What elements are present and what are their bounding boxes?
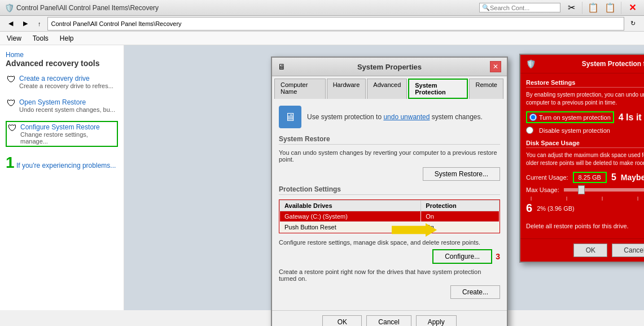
cut-icon[interactable]: ✂ bbox=[564, 1, 579, 15]
menu-tools[interactable]: Tools bbox=[30, 33, 51, 44]
disk-section: Disk Space Usage You can adjust the maxi… bbox=[526, 140, 644, 233]
create-section: Create a restore point right now for the… bbox=[279, 268, 500, 299]
turn-on-radio-row: Turn on system protection 4 Is it ON ? bbox=[526, 111, 644, 123]
menu-view[interactable]: View bbox=[5, 33, 24, 44]
address-bar: ◀ ▶ ↑ Control Panel\All Control Panel It… bbox=[0, 16, 644, 32]
configure-restore-icon: 🛡 bbox=[8, 123, 17, 133]
turn-on-radio[interactable] bbox=[529, 114, 537, 121]
sidebar-recovery-drive-desc: Create a recovery drive to refres... bbox=[19, 82, 113, 89]
drive-protection-gateway: On bbox=[421, 211, 500, 222]
up-button[interactable]: ↑ bbox=[34, 19, 45, 29]
configure-button[interactable]: Configure... bbox=[432, 249, 492, 264]
back-button[interactable]: ◀ bbox=[5, 18, 17, 29]
apply-button[interactable]: Apply bbox=[416, 315, 457, 326]
sidebar-home-link[interactable]: Home bbox=[6, 51, 24, 59]
tick-4: | bbox=[637, 195, 638, 201]
dialog-intro-text: Use system protection to undo unwanted s… bbox=[307, 113, 483, 121]
tab-computer-name[interactable]: Computer Name bbox=[274, 79, 326, 99]
gateway-cancel-button[interactable]: Cancel bbox=[612, 244, 644, 257]
tick-2: | bbox=[566, 195, 567, 201]
sidebar-problems-link[interactable]: If you're experiencing problems... bbox=[16, 162, 116, 169]
system-properties-icon: 🖥 bbox=[278, 62, 286, 71]
create-button[interactable]: Create... bbox=[450, 285, 500, 299]
ok-button[interactable]: OK bbox=[322, 315, 362, 326]
system-properties-title: System Properties bbox=[357, 63, 422, 71]
tick-3: | bbox=[602, 195, 603, 201]
table-row[interactable]: Gateway (C:) (System) On bbox=[280, 211, 500, 222]
sidebar-configure-restore-link[interactable]: Configure System Restore bbox=[20, 123, 116, 131]
sidebar-item-configure-restore: 🛡 Configure System Restore Change restor… bbox=[6, 121, 118, 147]
search-icon: 🔍 bbox=[482, 4, 490, 11]
dialog-intro: 🖥 Use system protection to undo unwanted… bbox=[279, 106, 500, 128]
slider-track bbox=[564, 188, 644, 192]
paste-icon[interactable]: 📋 bbox=[603, 1, 617, 15]
configure-desc: Configure restore settings, manage disk … bbox=[279, 239, 500, 246]
col-drives: Available Drives bbox=[280, 201, 421, 211]
close-icon[interactable]: ✕ bbox=[625, 1, 639, 15]
system-restore-section: System Restore You can undo system chang… bbox=[279, 135, 500, 181]
percent-label: 2% (3.96 GB) bbox=[537, 205, 575, 212]
gateway-footer: OK Cancel Apply bbox=[520, 238, 644, 262]
system-restore-desc: You can undo system changes by reverting… bbox=[279, 149, 500, 163]
protection-header: Protection Settings bbox=[279, 185, 500, 195]
slider-thumb[interactable] bbox=[578, 185, 585, 194]
system-properties-title-bar: 🖥 System Properties ✕ bbox=[272, 58, 507, 76]
gateway-ok-button[interactable]: OK bbox=[573, 244, 607, 257]
system-properties-body: 🖥 Use system protection to undo unwanted… bbox=[272, 99, 507, 306]
sidebar-item-open-restore: 🛡 Open System Restore Undo recent system… bbox=[6, 97, 118, 114]
annotation-6: 6 bbox=[526, 202, 532, 215]
delete-label: Delete all restore points for this drive… bbox=[526, 223, 629, 229]
tick-left: | bbox=[531, 195, 532, 201]
search-input[interactable] bbox=[490, 5, 558, 11]
slider-ticks-row: | | | | | | | bbox=[526, 195, 644, 201]
sidebar-configure-restore-desc: Change restore settings, manage... bbox=[20, 131, 116, 145]
system-properties-close[interactable]: ✕ bbox=[490, 61, 501, 72]
col-protection: Protection bbox=[421, 201, 500, 211]
tabs-bar: Computer Name Hardware Advanced System P… bbox=[272, 76, 507, 99]
window-controls: ✂ 📋 📋 ✕ bbox=[564, 1, 639, 15]
max-usage-row: Max Usage: bbox=[526, 186, 644, 193]
app-icon: 🛡️ bbox=[5, 3, 14, 12]
sidebar-recovery-drive-link[interactable]: Create a recovery drive bbox=[19, 75, 113, 82]
configure-number: 3 bbox=[496, 252, 500, 261]
system-restore-button[interactable]: System Restore... bbox=[423, 167, 500, 181]
table-row[interactable]: Push Button Reset On bbox=[280, 222, 500, 233]
drive-name-gateway: Gateway (C:) (System) bbox=[280, 211, 421, 222]
sidebar: Home Advanced recovery tools 🛡 Create a … bbox=[0, 45, 124, 310]
sidebar-open-restore-desc: Undo recent system changes, bu... bbox=[19, 106, 115, 113]
cancel-button[interactable]: Cancel bbox=[366, 315, 411, 326]
gateway-dialog-body: Restore Settings By enabling system prot… bbox=[520, 73, 644, 238]
gateway-icon: 🛡️ bbox=[526, 59, 536, 68]
forward-button[interactable]: ▶ bbox=[19, 18, 32, 29]
configure-btn-row: Configure... 3 bbox=[279, 249, 500, 264]
disable-radio-row: Disable system protection bbox=[526, 127, 644, 134]
refresh-button[interactable]: ↻ bbox=[627, 18, 639, 29]
system-properties-dialog: 🖥 System Properties ✕ Computer Name Hard… bbox=[271, 56, 508, 326]
gateway-dialog: 🛡️ System Protection for Gateway (C:) ✕ … bbox=[519, 54, 644, 263]
protection-settings-section: Protection Settings Available Drives Pro… bbox=[279, 185, 500, 299]
turn-on-label: Turn on system protection bbox=[539, 114, 611, 121]
address-field[interactable]: Control Panel\All Control Panel Items\Re… bbox=[47, 17, 625, 31]
sidebar-title: Advanced recovery tools bbox=[6, 59, 118, 68]
title-bar: 🛡️ Control Panel\All Control Panel Items… bbox=[0, 0, 644, 16]
current-usage-value: 8.25 GB bbox=[573, 172, 607, 183]
protection-box: Available Drives Protection Gateway (C:)… bbox=[279, 199, 500, 233]
open-restore-icon: 🛡 bbox=[7, 98, 16, 108]
configure-section: Configure restore settings, manage disk … bbox=[279, 239, 500, 264]
restore-desc: By enabling system protection, you can u… bbox=[526, 91, 644, 107]
computer-icon: 🖥 bbox=[284, 111, 296, 124]
annotation-5: 5 bbox=[611, 172, 616, 182]
tab-advanced[interactable]: Advanced bbox=[367, 79, 407, 99]
menu-help[interactable]: Help bbox=[58, 33, 76, 44]
copy-icon[interactable]: 📋 bbox=[586, 1, 601, 15]
annotation-4: 4 Is it ON ? bbox=[619, 112, 644, 123]
system-restore-header: System Restore bbox=[279, 135, 500, 145]
disable-radio[interactable] bbox=[526, 127, 533, 134]
tab-hardware[interactable]: Hardware bbox=[327, 79, 366, 99]
undo-link[interactable]: undo unwanted bbox=[383, 113, 430, 121]
tab-remote[interactable]: Remote bbox=[469, 79, 503, 99]
menu-bar: View Tools Help bbox=[0, 32, 644, 45]
sidebar-open-restore-link[interactable]: Open System Restore bbox=[19, 98, 115, 106]
tab-system-protection[interactable]: System Protection bbox=[408, 79, 468, 99]
main-layout: Home Advanced recovery tools 🛡 Create a … bbox=[0, 45, 644, 310]
